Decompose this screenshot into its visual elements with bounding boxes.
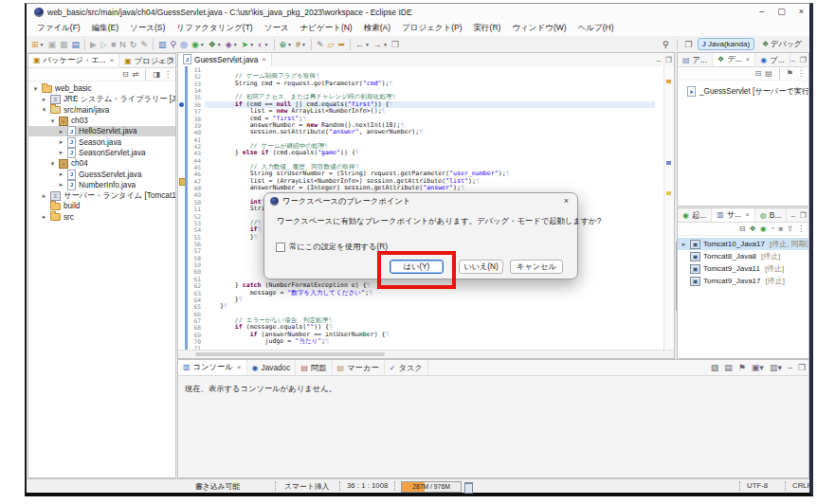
server-item-tomcat9_java11[interactable]: ▣Tomcat9_Java11[停止] xyxy=(678,262,808,275)
menu-item-10[interactable]: ヘルプ(H) xyxy=(572,21,620,36)
tree-item-src-main-java[interactable]: ▾src/main/java xyxy=(28,105,175,116)
open-resource-icon[interactable]: ▱ xyxy=(326,38,336,51)
perspective-button-java[interactable]: JJava(kanda) xyxy=(698,38,754,50)
remove-terminated-icon[interactable]: ▤ xyxy=(765,68,772,80)
import-icon[interactable]: ➦ xyxy=(336,38,347,51)
overview-annotation-marker[interactable] xyxy=(666,80,671,83)
mark-occurrences-icon[interactable]: ✎ xyxy=(138,38,150,51)
dropdown-arrow-icon[interactable]: ▼ xyxy=(233,38,238,51)
chevron-collapsed-icon[interactable]: ▸ xyxy=(58,171,64,178)
code-line[interactable]: session.setAttribute("answer", answerNum… xyxy=(205,129,664,135)
code-line[interactable]: answerNumber = (Integer) session.getAttr… xyxy=(205,185,664,191)
stop-server-icon[interactable]: ■ xyxy=(778,224,783,235)
forward-icon[interactable]: →▼ xyxy=(372,38,390,51)
run-icon[interactable]: ◉▼ xyxy=(190,38,207,51)
scrollbar-thumb[interactable] xyxy=(195,352,385,356)
tree-item-helloservlet-java[interactable]: ▸JHelloServlet.java xyxy=(28,126,175,136)
breakpoint-gutter[interactable] xyxy=(178,66,185,351)
menu-item-1[interactable]: 編集(E) xyxy=(86,21,124,36)
tree-item-seasonservlet-java[interactable]: ▸JSeasonServlet.java xyxy=(28,148,175,158)
maximize-view-icon[interactable]: ❐ xyxy=(800,211,807,220)
server-item-tomcat9_java17[interactable]: ▣Tomcat9_Java17[停止] xyxy=(678,275,808,287)
chevron-collapsed-icon[interactable]: ▸ xyxy=(58,138,64,146)
display-console-icon[interactable]: ▣▾ xyxy=(752,363,764,372)
chevron-collapsed-icon[interactable]: ▸ xyxy=(41,213,47,221)
collapse-all-icon[interactable]: ⊟ xyxy=(739,224,746,235)
console-tab-1[interactable]: ◉Javadoc xyxy=(247,360,297,375)
minimize-view-icon[interactable]: – xyxy=(656,56,660,64)
cancel-button[interactable]: キャンセル xyxy=(510,260,563,274)
menu-item-5[interactable]: ナビゲート(N) xyxy=(295,21,358,36)
package-explorer-tab-0[interactable]: ▣パッケージ・エ...× xyxy=(28,54,119,67)
view-menu-icon[interactable]: ⋮ xyxy=(164,69,172,81)
overview-ruler[interactable] xyxy=(663,66,674,351)
debug-view-tab-1[interactable]: ❖デ...× xyxy=(713,53,755,66)
editor-tab-guessservlet[interactable]: J GuessServlet.java × xyxy=(178,53,272,66)
close-tab-icon[interactable]: × xyxy=(745,210,750,219)
dropdown-arrow-icon[interactable]: ▼ xyxy=(383,38,388,51)
menu-item-0[interactable]: ファイル(F) xyxy=(31,21,86,36)
new-wizard-icon[interactable]: ⊞▼ xyxy=(29,38,46,51)
menu-item-3[interactable]: リファクタリング(T) xyxy=(171,21,258,36)
console-tab-3[interactable]: ▤マーカー xyxy=(333,360,385,375)
servers-view-tab-2[interactable]: ◍B... xyxy=(755,208,787,222)
close-tab-icon[interactable]: × xyxy=(110,56,115,64)
pin-console-icon[interactable]: ⚑ xyxy=(738,363,746,372)
save-icon[interactable]: ▣ xyxy=(46,38,59,51)
close-tab-icon[interactable]: × xyxy=(262,55,266,63)
debug-last-icon[interactable]: ▶ xyxy=(88,38,99,51)
minimize-view-icon[interactable]: – xyxy=(790,56,794,64)
code-line[interactable]: }¶ xyxy=(205,297,664,303)
tree-item-ch04[interactable]: ▾+ch04 xyxy=(28,158,175,169)
maximize-view-icon[interactable]: ❐ xyxy=(800,56,807,64)
debug-view-tab-0[interactable]: ▤ア... xyxy=(678,53,713,66)
launch-item[interactable]: ➤ _GuessServlet [サーバーで実行] xyxy=(687,86,808,97)
console-tab-4[interactable]: ✓タスク xyxy=(385,360,428,375)
menu-item-7[interactable]: プロジェクト(P) xyxy=(396,21,468,36)
dropdown-arrow-icon[interactable]: ▼ xyxy=(264,38,269,51)
dropdown-arrow-icon[interactable]: ▼ xyxy=(365,38,370,51)
chevron-collapsed-icon[interactable]: ▸ xyxy=(58,181,64,189)
chevron-expanded-icon[interactable]: ▾ xyxy=(49,160,56,168)
console-tab-0[interactable]: ▥コンソール× xyxy=(178,360,247,375)
line-number-ruler[interactable]: 3132333435363738394041424344454647484950… xyxy=(188,66,203,351)
overview-annotation-marker[interactable] xyxy=(666,161,671,165)
start-server-icon[interactable]: ◉ xyxy=(760,224,767,235)
code-line[interactable]: judge = "当たり";¶ xyxy=(205,338,664,345)
refresh-icon[interactable]: ↻ xyxy=(128,38,139,51)
dropdown-arrow-icon[interactable]: ▼ xyxy=(217,38,222,51)
tree-item-build[interactable]: build xyxy=(28,201,175,211)
open-console-icon[interactable]: ▥▾ xyxy=(770,363,782,372)
menu-item-9[interactable]: ウィンドウ(W) xyxy=(506,21,572,36)
open-perspective-icon[interactable]: ❐ xyxy=(683,38,695,51)
chevron-expanded-icon[interactable]: ▾ xyxy=(49,117,56,125)
code-line[interactable]: message = "数字を入力してください";¶ xyxy=(205,290,664,297)
dropdown-arrow-icon[interactable]: ▼ xyxy=(40,38,45,51)
profile-server-icon[interactable]: ◔ xyxy=(771,224,775,235)
menu-item-8[interactable]: 実行(R) xyxy=(468,21,507,36)
tree-item-src[interactable]: ▸src xyxy=(28,212,175,223)
dropdown-arrow-icon[interactable]: ▼ xyxy=(287,38,292,51)
open-type-icon[interactable]: ◎ xyxy=(178,38,190,51)
debug-server-icon[interactable]: ❖ xyxy=(749,224,755,235)
servers-view-tab-1[interactable]: ▥サ...× xyxy=(712,208,755,222)
dropdown-arrow-icon[interactable]: ▼ xyxy=(200,38,205,51)
minimize-view-icon[interactable]: – xyxy=(157,57,161,65)
maximize-icon[interactable]: ▢ xyxy=(777,4,786,20)
chevron-collapsed-icon[interactable]: ▸ xyxy=(58,128,64,135)
new-package-icon[interactable]: #▼ xyxy=(294,38,308,51)
collapse-all-icon[interactable]: ⊟ xyxy=(755,68,762,80)
tree-item-ch03[interactable]: ▾+ch03 xyxy=(28,116,175,126)
tree-item-guessservlet-java[interactable]: ▸JGuessServlet.java xyxy=(28,169,175,179)
publish-icon[interactable]: ⇪ xyxy=(787,224,793,235)
code-line[interactable]: }¶ xyxy=(205,303,664,310)
dropdown-arrow-icon[interactable]: ▼ xyxy=(249,38,254,51)
coverage-icon[interactable]: ◈▼ xyxy=(224,38,240,51)
stop-icon[interactable]: ■ xyxy=(109,38,118,51)
run-last-icon[interactable]: ▷ xyxy=(99,38,109,51)
profile-icon[interactable]: ◐▼ xyxy=(256,38,270,51)
pin-icon[interactable]: ⚑ xyxy=(787,68,793,80)
search-flashlight-icon[interactable]: ⚲ xyxy=(168,38,178,51)
console-tab-2[interactable]: ▤問題 xyxy=(296,360,332,375)
chevron-collapsed-icon[interactable]: ▸ xyxy=(41,192,47,200)
